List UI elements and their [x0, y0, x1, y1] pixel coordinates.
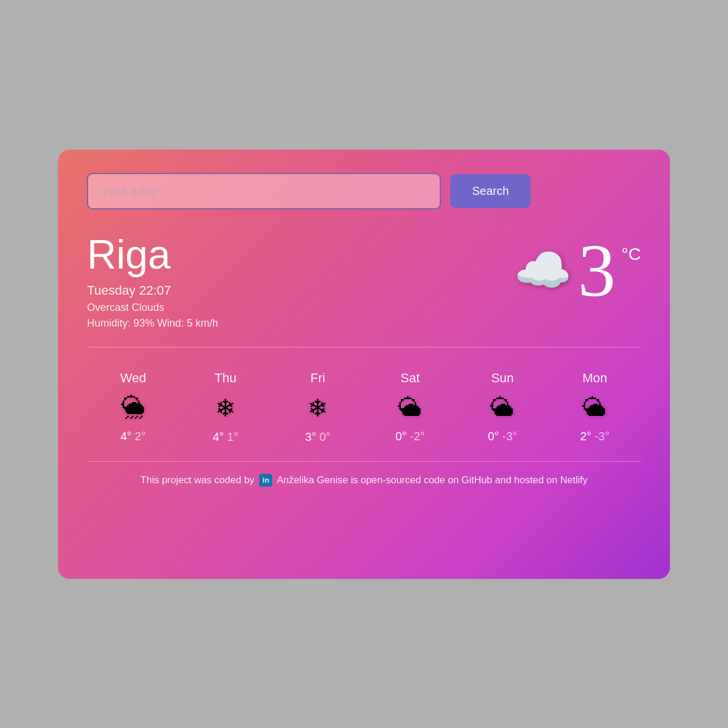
forecast-weather-icon: 🌥: [490, 394, 515, 422]
forecast-temp-range: 4° 2°: [121, 430, 146, 443]
forecast-day-fri: Fri ❄ 3° 0°: [271, 371, 364, 444]
forecast-high: 4°: [213, 430, 224, 443]
forecast-weather-icon: ❄: [215, 394, 236, 422]
city-info: Riga Tuesday 22:07 Overcast Clouds Humid…: [87, 233, 218, 329]
current-temperature: 3: [578, 233, 615, 308]
forecast-high: 2°: [580, 430, 591, 443]
forecast-temp-range: 2° -3°: [580, 430, 609, 443]
forecast-day-label: Sat: [401, 371, 420, 386]
forecast-weather-icon: ❄: [307, 394, 328, 422]
forecast-temp-range: 0° -3°: [488, 430, 517, 443]
forecast-temp-range: 0° -2°: [396, 430, 425, 443]
forecast-weather-icon: 🌥: [582, 394, 607, 422]
forecast-low: -3°: [595, 430, 610, 443]
top-divider: [87, 347, 641, 347]
footer-text-before: This project was coded by: [140, 475, 255, 486]
forecast-low: 1°: [227, 430, 238, 443]
forecast-weather-icon: 🌥: [398, 394, 422, 422]
weather-app: Search Riga Tuesday 22:07 Overcast Cloud…: [58, 150, 670, 579]
forecast-high: 4°: [121, 430, 132, 443]
forecast-day-sat: Sat 🌥 0° -2°: [364, 371, 457, 444]
forecast-day-mon: Mon 🌥 2° -3°: [549, 371, 641, 444]
city-search-input[interactable]: [87, 173, 441, 209]
forecast-high: 3°: [305, 430, 316, 443]
forecast-day-label: Sun: [491, 371, 514, 386]
forecast-day-label: Thu: [215, 371, 237, 386]
forecast-day-thu: Thu ❄ 4° 1°: [179, 371, 271, 444]
humidity-wind: Humidity: 93% Wind: 5 km/h: [87, 317, 218, 329]
forecast-temp-range: 3° 0°: [305, 430, 331, 444]
current-datetime: Tuesday 22:07: [87, 283, 218, 298]
footer-text-middle: is open-sourced code on GitHub and hoste…: [351, 475, 588, 486]
bottom-divider: [87, 461, 641, 462]
temp-unit: °C: [621, 244, 641, 264]
forecast-low: 0°: [320, 430, 331, 443]
forecast-temp-range: 4° 1°: [213, 430, 238, 444]
current-weather-icon: ☁️: [514, 243, 572, 298]
forecast-high: 0°: [396, 430, 407, 443]
footer-author: Anželika Genise: [277, 475, 348, 486]
forecast-day-sun: Sun 🌥 0° -3°: [457, 371, 549, 444]
forecast-high: 0°: [488, 430, 499, 443]
forecast-day-label: Mon: [582, 371, 607, 386]
city-name: Riga: [87, 233, 218, 277]
search-button[interactable]: Search: [450, 174, 531, 208]
forecast-day-wed: Wed 🌦 4° 2°: [87, 371, 179, 444]
search-section: Search: [87, 173, 641, 209]
forecast-day-label: Fri: [310, 371, 325, 386]
current-weather-section: Riga Tuesday 22:07 Overcast Clouds Humid…: [87, 233, 641, 329]
footer: This project was coded by in Anželika Ge…: [87, 472, 641, 488]
temp-icon-group: ☁️ 3 °C: [514, 233, 641, 308]
forecast-day-label: Wed: [120, 371, 146, 386]
forecast-low: 2°: [135, 430, 146, 443]
weather-description: Overcast Clouds: [87, 302, 218, 314]
forecast-section: Wed 🌦 4° 2° Thu ❄ 4° 1° Fri ❄ 3° 0° Sat …: [87, 359, 641, 450]
forecast-low: -3°: [502, 430, 517, 443]
forecast-low: -2°: [410, 430, 425, 443]
forecast-weather-icon: 🌦: [121, 394, 146, 422]
linkedin-icon[interactable]: in: [259, 474, 272, 487]
